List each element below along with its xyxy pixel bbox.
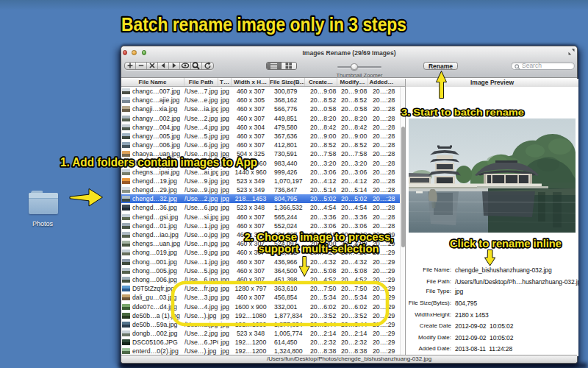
svg-text:Batch rename image only in 3 s: Batch rename image only in 3 steps xyxy=(121,13,406,35)
